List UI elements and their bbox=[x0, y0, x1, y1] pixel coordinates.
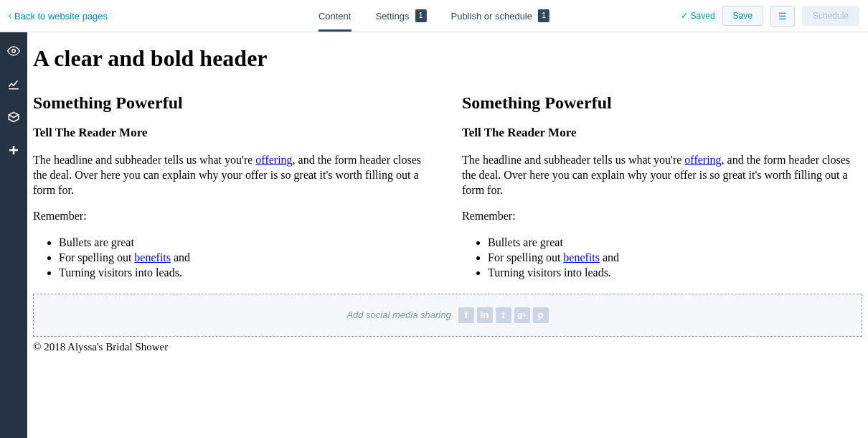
list-item: Turning visitors into leads. bbox=[59, 266, 433, 281]
tab-publish[interactable]: Publish or schedule 1 bbox=[451, 0, 550, 32]
social-sharing-label: Add social media sharing bbox=[346, 309, 450, 320]
remember-label: Remember: bbox=[462, 209, 862, 224]
content-columns: Something Powerful Tell The Reader More … bbox=[33, 93, 862, 281]
para-text-pre: The headline and subheader tells us what… bbox=[462, 154, 684, 166]
footer-copyright[interactable]: © 2018 Alyssa's Bridal Shower bbox=[33, 341, 862, 353]
eye-icon bbox=[7, 45, 20, 57]
chevron-left-icon: ‹ bbox=[9, 11, 11, 21]
tab-content[interactable]: Content bbox=[319, 0, 352, 32]
schedule-button[interactable]: Schedule bbox=[802, 6, 859, 26]
box-icon bbox=[7, 111, 20, 124]
offering-link[interactable]: offering bbox=[255, 154, 292, 166]
check-icon: ✓ bbox=[681, 11, 688, 21]
remember-label: Remember: bbox=[33, 209, 433, 224]
main-layout: A clear and bold header Something Powerf… bbox=[0, 32, 868, 438]
sidebar-item-add[interactable] bbox=[6, 143, 21, 157]
sidebar bbox=[0, 32, 27, 438]
list-item: Bullets are great bbox=[488, 236, 862, 251]
pinterest-icon: p bbox=[533, 307, 549, 323]
linkedin-icon: in bbox=[477, 307, 493, 323]
column-right[interactable]: Something Powerful Tell The Reader More … bbox=[462, 93, 862, 281]
list-item: Bullets are great bbox=[59, 236, 433, 251]
bullet-list: Bullets are great For spelling out benef… bbox=[462, 236, 862, 280]
plus-icon bbox=[8, 144, 19, 156]
tab-settings-badge: 1 bbox=[415, 9, 426, 22]
bullet-text-post: and bbox=[600, 251, 619, 264]
tab-publish-badge: 1 bbox=[538, 9, 549, 22]
saved-indicator: ✓ Saved bbox=[681, 11, 715, 21]
content-area: A clear and bold header Something Powerf… bbox=[27, 32, 868, 438]
chart-icon bbox=[7, 78, 20, 90]
social-sharing-module[interactable]: Add social media sharing f in t g+ p bbox=[33, 294, 862, 337]
list-item: Turning visitors into leads. bbox=[488, 266, 862, 281]
tab-publish-label: Publish or schedule bbox=[451, 11, 532, 22]
saved-label: Saved bbox=[691, 11, 715, 21]
back-link[interactable]: ‹ Back to website pages bbox=[9, 11, 108, 22]
twitter-icon: t bbox=[496, 307, 511, 323]
googleplus-icon: g+ bbox=[514, 307, 530, 323]
social-icons-row: f in t g+ p bbox=[458, 307, 549, 323]
center-tabs: Content Settings 1 Publish or schedule 1 bbox=[319, 0, 549, 32]
offering-link[interactable]: offering bbox=[684, 154, 721, 166]
col-heading: Something Powerful bbox=[33, 93, 433, 113]
col-paragraph: The headline and subheader tells us what… bbox=[33, 153, 433, 197]
right-controls: ✓ Saved Save ☰ Schedule bbox=[681, 6, 859, 27]
facebook-icon: f bbox=[458, 307, 474, 323]
list-item: For spelling out benefits and bbox=[59, 251, 433, 266]
bullet-text-pre: For spelling out bbox=[59, 251, 134, 264]
sidebar-item-preview[interactable] bbox=[6, 44, 21, 58]
list-item: For spelling out benefits and bbox=[488, 251, 862, 266]
hamburger-icon: ☰ bbox=[778, 11, 787, 22]
tab-settings-label: Settings bbox=[375, 11, 409, 22]
bullet-text-pre: For spelling out bbox=[488, 251, 563, 264]
bullet-list: Bullets are great For spelling out benef… bbox=[33, 236, 433, 280]
sidebar-item-modules[interactable] bbox=[6, 110, 21, 124]
save-button[interactable]: Save bbox=[722, 6, 763, 26]
tab-settings[interactable]: Settings 1 bbox=[375, 0, 426, 32]
col-paragraph: The headline and subheader tells us what… bbox=[462, 153, 862, 197]
svg-point-0 bbox=[12, 50, 16, 53]
benefits-link[interactable]: benefits bbox=[134, 251, 171, 264]
menu-button[interactable]: ☰ bbox=[770, 6, 795, 27]
column-left[interactable]: Something Powerful Tell The Reader More … bbox=[33, 93, 433, 281]
back-link-label: Back to website pages bbox=[14, 11, 108, 22]
page-title[interactable]: A clear and bold header bbox=[33, 45, 862, 72]
col-heading: Something Powerful bbox=[462, 93, 862, 113]
top-bar: ‹ Back to website pages Content Settings… bbox=[0, 0, 868, 32]
sidebar-item-analytics[interactable] bbox=[6, 77, 21, 91]
tab-content-label: Content bbox=[319, 11, 352, 22]
col-subheading: Tell The Reader More bbox=[462, 126, 862, 140]
bullet-text-post: and bbox=[171, 251, 190, 264]
para-text-pre: The headline and subheader tells us what… bbox=[33, 154, 255, 166]
benefits-link[interactable]: benefits bbox=[563, 251, 600, 264]
col-subheading: Tell The Reader More bbox=[33, 126, 433, 140]
